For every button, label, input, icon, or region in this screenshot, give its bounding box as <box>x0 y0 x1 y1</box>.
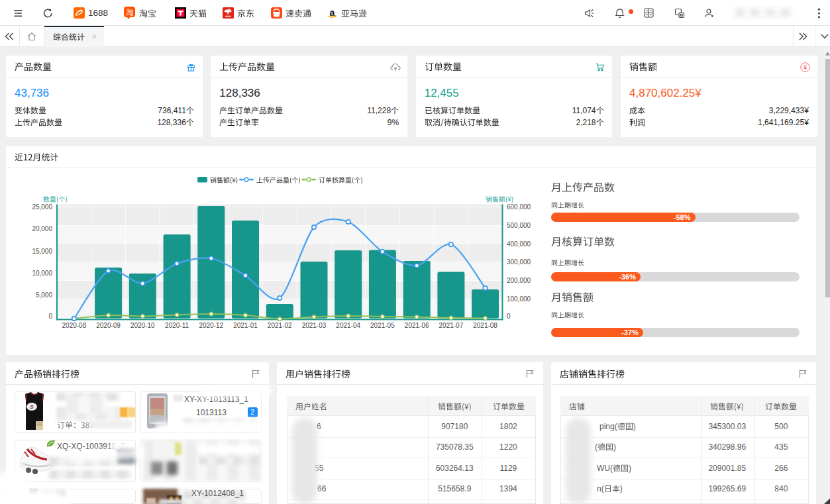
svg-text:S: S <box>30 404 34 410</box>
